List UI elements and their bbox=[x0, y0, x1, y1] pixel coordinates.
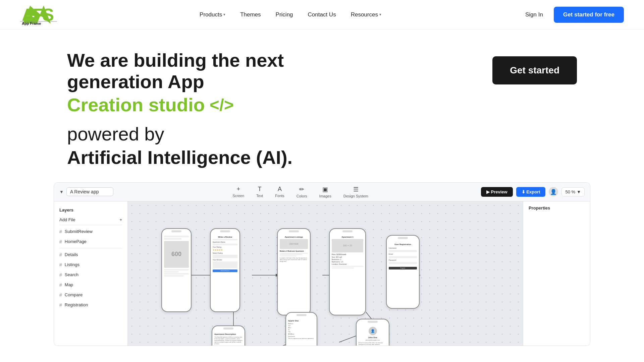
zoom-control[interactable]: 50 % ▼ bbox=[561, 187, 585, 196]
sidebar-item-submitreview[interactable]: # SubmitReview bbox=[54, 227, 127, 237]
phone-apartment-listings[interactable]: Apartment Listings 300×600 Modern 2 Bedr… bbox=[277, 228, 311, 315]
fonts-icon: A bbox=[278, 186, 282, 193]
sidebar-divider bbox=[59, 225, 122, 225]
hero-get-started-button[interactable]: Get started bbox=[492, 56, 577, 84]
screen-icon: + bbox=[236, 186, 240, 193]
colors-icon: ✏ bbox=[299, 186, 304, 193]
user-avatar[interactable]: 👤 bbox=[549, 187, 558, 196]
sidebar-item-registration[interactable]: # Registration bbox=[54, 300, 127, 310]
hero-code-icon: </> bbox=[210, 94, 234, 116]
hero-text: We are building the next generation App … bbox=[67, 50, 329, 169]
sidebar-divider2 bbox=[59, 248, 122, 248]
tool-design-system[interactable]: ☰ Design System bbox=[337, 184, 374, 200]
phone-apartr-one[interactable]: Apartr One Address: 123 Main St, City $1… bbox=[285, 312, 317, 346]
hero-creation-studio: Creation studio bbox=[67, 93, 205, 117]
hero-line3: Artificial Intelligence (AI). bbox=[67, 146, 329, 169]
phone-submit-review[interactable]: Write a Review Apartment Name Your Ratin… bbox=[210, 228, 240, 312]
properties-title: Properties bbox=[529, 205, 585, 210]
hero-section: We are building the next generation App … bbox=[0, 29, 644, 179]
hash-icon: # bbox=[59, 302, 62, 308]
products-chevron-icon: ▾ bbox=[223, 12, 225, 17]
hash-icon: # bbox=[59, 252, 62, 257]
main-nav: Products ▾ Themes Pricing Contact Us Res… bbox=[194, 9, 387, 21]
design-system-icon: ☰ bbox=[353, 186, 359, 193]
resources-chevron-icon: ▾ bbox=[379, 12, 381, 17]
app-body: Layers Add File + # SubmitReview # HomeP… bbox=[54, 201, 590, 346]
sidebar-header: Layers bbox=[54, 205, 127, 216]
app-preview: ▼ + Screen T Text A Fonts ✏ Colors ▣ Im bbox=[54, 182, 590, 346]
sidebar-item-map[interactable]: # Map bbox=[54, 280, 127, 290]
preview-button[interactable]: ▶ Preview bbox=[481, 187, 513, 197]
properties-panel: Properties bbox=[523, 201, 590, 346]
hero-powered-by: powered by bbox=[67, 122, 164, 146]
nav-contact[interactable]: Contact Us bbox=[302, 9, 342, 21]
hash-icon: # bbox=[59, 282, 62, 288]
hash-icon: # bbox=[59, 272, 62, 278]
phone-john-doe[interactable]: 👤 John Doe johndoe@example.com A short b… bbox=[356, 319, 389, 346]
app-name-input[interactable] bbox=[66, 187, 113, 196]
sidebar-item-homepage[interactable]: # HomePage bbox=[54, 237, 127, 247]
phone-apartment-detail[interactable]: Apartment 1 300 × 20 Price: $1500/month … bbox=[329, 228, 366, 315]
hero-line1: We are building the next generation App bbox=[67, 50, 329, 93]
sidebar-item-listings[interactable]: # Listings bbox=[54, 260, 127, 270]
sidebar-item-details[interactable]: # Details bbox=[54, 250, 127, 260]
design-canvas[interactable]: 600 Write a Review Apartment Name bbox=[128, 201, 523, 346]
sidebar-item-compare[interactable]: # Compare bbox=[54, 290, 127, 300]
tool-screen[interactable]: + Screen bbox=[226, 184, 250, 200]
toolbar-center: + Screen T Text A Fonts ✏ Colors ▣ Image… bbox=[120, 184, 481, 200]
add-file-button[interactable]: Add File + bbox=[54, 216, 127, 224]
nav-themes[interactable]: Themes bbox=[234, 9, 267, 21]
hero-cta: Get started bbox=[492, 50, 577, 84]
nav-pricing[interactable]: Pricing bbox=[270, 9, 299, 21]
nav-products[interactable]: Products ▾ bbox=[194, 9, 231, 21]
phone-apt-description[interactable]: Apartment Description This beautiful apa… bbox=[212, 325, 245, 346]
app-toolbar: ▼ + Screen T Text A Fonts ✏ Colors ▣ Im bbox=[54, 183, 590, 201]
hash-icon: # bbox=[59, 292, 62, 298]
nav-resources[interactable]: Resources ▾ bbox=[345, 9, 387, 21]
phone-user-registration[interactable]: User Registration Username Email Passwor… bbox=[386, 235, 420, 309]
header-get-started-button[interactable]: Get started for free bbox=[554, 7, 624, 23]
add-file-icon: + bbox=[119, 217, 122, 222]
header-actions: Sign In Get started for free bbox=[521, 7, 624, 23]
layers-sidebar: Layers Add File + # SubmitReview # HomeP… bbox=[54, 201, 128, 346]
export-button[interactable]: ⬇ Export bbox=[516, 187, 546, 197]
hash-icon: # bbox=[59, 239, 62, 244]
logo[interactable]: App Frame AFS bbox=[20, 3, 60, 26]
phone-home[interactable]: 600 bbox=[161, 228, 192, 312]
screen-container: 600 Write a Review Apartment Name bbox=[148, 208, 520, 342]
images-icon: ▣ bbox=[322, 186, 328, 193]
tool-fonts[interactable]: A Fonts bbox=[269, 184, 290, 200]
tool-colors[interactable]: ✏ Colors bbox=[290, 184, 313, 200]
dropdown-arrow-icon[interactable]: ▼ bbox=[59, 189, 64, 194]
tool-text[interactable]: T Text bbox=[250, 184, 269, 200]
hero-line2: Creation studio </> powered by bbox=[67, 93, 329, 146]
sidebar-item-search[interactable]: # Search bbox=[54, 270, 127, 280]
toolbar-right: ▶ Preview ⬇ Export 👤 50 % ▼ bbox=[481, 187, 585, 197]
header: App Frame AFS Products ▾ Themes Pricing … bbox=[0, 0, 644, 29]
tool-images[interactable]: ▣ Images bbox=[313, 184, 337, 200]
hash-icon: # bbox=[59, 262, 62, 267]
toolbar-left: ▼ bbox=[59, 187, 120, 196]
hash-icon: # bbox=[59, 229, 62, 234]
text-icon: T bbox=[258, 186, 262, 193]
sign-in-button[interactable]: Sign In bbox=[521, 9, 548, 21]
